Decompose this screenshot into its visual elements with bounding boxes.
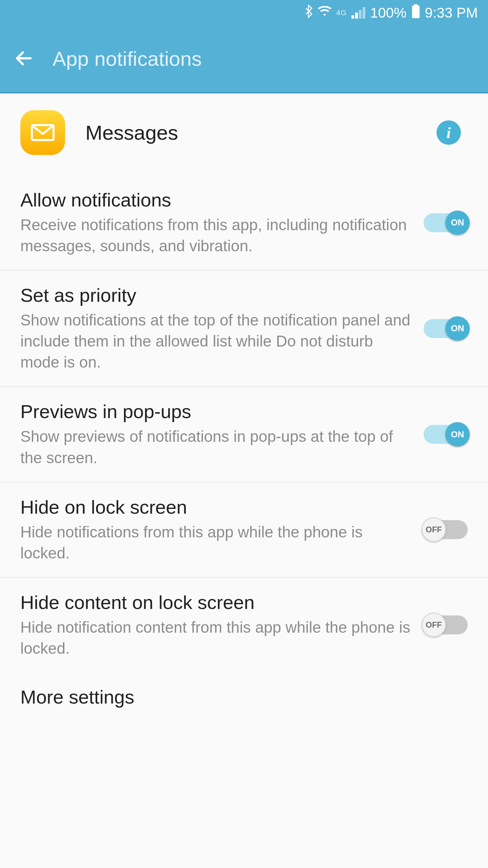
toggle-previews[interactable]: ON bbox=[424, 425, 468, 444]
battery-icon bbox=[411, 4, 420, 21]
page-title: App notifications bbox=[53, 47, 202, 71]
setting-allow-notifications[interactable]: Allow notifications Receive notification… bbox=[0, 175, 488, 271]
setting-desc: Show previews of notifications in pop-up… bbox=[20, 426, 413, 468]
toggle-priority[interactable]: ON bbox=[424, 319, 468, 338]
setting-title: Set as priority bbox=[20, 284, 413, 306]
setting-desc: Receive notifications from this app, inc… bbox=[20, 214, 413, 256]
setting-desc: Hide notification content from this app … bbox=[20, 617, 413, 659]
wifi-icon bbox=[318, 5, 331, 20]
app-name: Messages bbox=[85, 121, 416, 144]
svg-rect-1 bbox=[414, 4, 418, 6]
signal-icon bbox=[351, 7, 365, 19]
svg-rect-0 bbox=[412, 5, 419, 18]
setting-hide-lock[interactable]: Hide on lock screen Hide notifications f… bbox=[0, 482, 488, 578]
messages-app-icon bbox=[20, 110, 65, 155]
setting-title: Hide on lock screen bbox=[20, 496, 413, 518]
toggle-allow-notifications[interactable]: ON bbox=[424, 213, 468, 232]
status-bar: 4G 100% 9:33 PM bbox=[0, 0, 488, 25]
network-type-label: 4G bbox=[336, 8, 347, 17]
app-bar: App notifications bbox=[0, 25, 488, 93]
setting-desc: Hide notifications from this app while t… bbox=[20, 521, 413, 564]
bluetooth-icon bbox=[304, 4, 313, 21]
battery-percent: 100% bbox=[370, 5, 406, 21]
toggle-hide-lock[interactable]: OFF bbox=[424, 520, 468, 539]
more-settings-title: More settings bbox=[20, 686, 468, 708]
more-settings-row[interactable]: More settings bbox=[0, 672, 488, 708]
toggle-hide-content-lock[interactable]: OFF bbox=[424, 615, 468, 634]
app-header-row: Messages i bbox=[0, 93, 488, 175]
setting-title: Allow notifications bbox=[20, 189, 413, 211]
setting-desc: Show notifications at the top of the not… bbox=[20, 310, 413, 373]
toggle-knob: OFF bbox=[422, 517, 446, 542]
setting-title: Hide content on lock screen bbox=[20, 591, 413, 613]
toggle-knob: ON bbox=[445, 422, 470, 447]
toggle-knob: ON bbox=[445, 316, 470, 341]
back-icon[interactable] bbox=[14, 48, 34, 70]
setting-priority[interactable]: Set as priority Show notifications at th… bbox=[0, 271, 488, 387]
info-icon[interactable]: i bbox=[436, 120, 461, 145]
settings-list: Allow notifications Receive notification… bbox=[0, 175, 488, 672]
setting-title: Previews in pop-ups bbox=[20, 400, 413, 422]
setting-previews[interactable]: Previews in pop-ups Show previews of not… bbox=[0, 387, 488, 482]
setting-hide-content-lock[interactable]: Hide content on lock screen Hide notific… bbox=[0, 578, 488, 672]
clock: 9:33 PM bbox=[425, 5, 478, 21]
toggle-knob: ON bbox=[445, 211, 470, 235]
toggle-knob: OFF bbox=[422, 613, 446, 637]
